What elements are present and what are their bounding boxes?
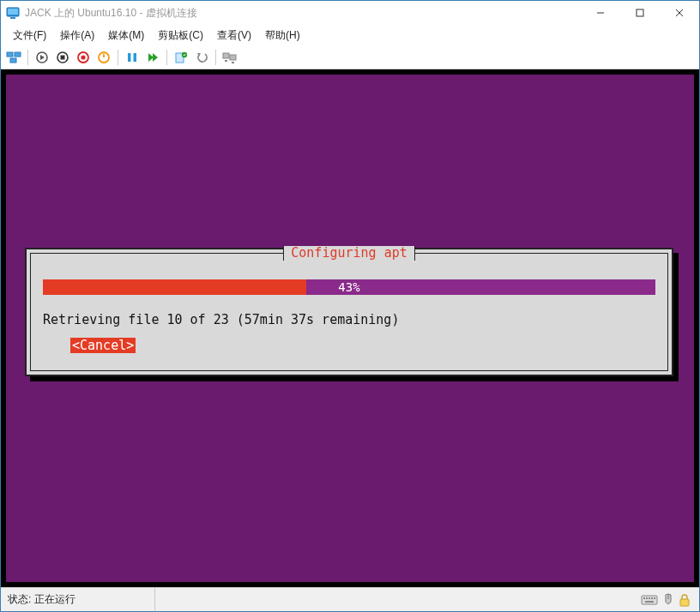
- svg-rect-13: [61, 55, 65, 59]
- svg-rect-18: [128, 53, 131, 62]
- toolbar: [1, 45, 699, 69]
- progress-percent: 43%: [43, 279, 655, 295]
- svg-rect-8: [15, 52, 21, 57]
- svg-rect-27: [225, 60, 227, 62]
- lock-icon: [679, 593, 691, 607]
- mouse-icon: [663, 593, 673, 607]
- close-button[interactable]: [660, 1, 699, 25]
- menu-media[interactable]: 媒体(M): [101, 27, 151, 45]
- checkpoint-button[interactable]: [172, 48, 190, 67]
- svg-rect-31: [646, 597, 648, 599]
- svg-rect-1: [8, 9, 18, 15]
- dialog-title: Configuring apt: [283, 246, 414, 261]
- app-icon: [6, 7, 20, 19]
- toolbar-separator: [215, 50, 216, 65]
- svg-rect-9: [10, 58, 16, 63]
- hyperv-window: JACK 上的 Ubuntu16.10 - 虚拟机连接 文件(F) 操作(A) …: [0, 0, 700, 612]
- svg-rect-26: [230, 55, 236, 60]
- cancel-button[interactable]: <Cancel>: [70, 338, 136, 353]
- svg-rect-7: [7, 52, 13, 57]
- toolbar-separator: [118, 50, 118, 65]
- svg-marker-11: [40, 55, 45, 60]
- menu-file[interactable]: 文件(F): [6, 27, 53, 45]
- reset-button[interactable]: [143, 48, 162, 67]
- svg-point-15: [81, 55, 85, 59]
- statusbar: 状态: 正在运行: [1, 587, 699, 611]
- window-buttons: [581, 1, 699, 25]
- svg-rect-25: [223, 53, 229, 58]
- menubar: 文件(F) 操作(A) 媒体(M) 剪贴板(C) 查看(V) 帮助(H): [1, 25, 699, 45]
- svg-marker-21: [153, 53, 158, 62]
- svg-rect-30: [643, 597, 645, 599]
- ctrl-alt-del-button[interactable]: [4, 48, 23, 67]
- toolbar-separator: [27, 50, 28, 65]
- toolbar-separator: [166, 50, 167, 65]
- svg-rect-29: [642, 596, 657, 604]
- statusbar-tray: [632, 593, 699, 607]
- titlebar: JACK 上的 Ubuntu16.10 - 虚拟机连接: [1, 1, 699, 25]
- menu-help[interactable]: 帮助(H): [258, 27, 307, 45]
- progress-bar: 43%: [43, 279, 655, 295]
- svg-rect-28: [232, 62, 234, 63]
- keyboard-icon: [641, 594, 658, 606]
- menu-clipboard[interactable]: 剪贴板(C): [151, 27, 210, 45]
- enhanced-session-button[interactable]: [220, 48, 239, 67]
- start-button[interactable]: [33, 48, 51, 67]
- menu-action[interactable]: 操作(A): [53, 27, 101, 45]
- progress-status: Retrieving file 10 of 23 (57min 37s rema…: [43, 312, 399, 327]
- svg-rect-34: [654, 597, 655, 599]
- installer-dialog: Configuring apt 43% Retrieving file 10 o…: [25, 248, 673, 376]
- svg-rect-35: [645, 601, 654, 603]
- window-title: JACK 上的 Ubuntu16.10 - 虚拟机连接: [25, 6, 581, 21]
- shutdown-button[interactable]: [74, 48, 93, 67]
- svg-rect-33: [651, 597, 653, 599]
- vm-frame: Configuring apt 43% Retrieving file 10 o…: [1, 69, 699, 587]
- status-text: 状态: 正在运行: [1, 588, 155, 611]
- svg-rect-37: [680, 599, 689, 606]
- minimize-button[interactable]: [581, 1, 620, 25]
- menu-view[interactable]: 查看(V): [210, 27, 258, 45]
- save-button[interactable]: [94, 48, 113, 67]
- svg-rect-2: [10, 17, 15, 19]
- vm-screen[interactable]: Configuring apt 43% Retrieving file 10 o…: [6, 75, 694, 582]
- revert-button[interactable]: [192, 48, 211, 67]
- maximize-button[interactable]: [620, 1, 660, 25]
- svg-rect-32: [649, 597, 650, 599]
- svg-rect-19: [134, 53, 137, 62]
- turn-off-button[interactable]: [53, 48, 72, 67]
- dialog-border: Configuring apt 43% Retrieving file 10 o…: [30, 253, 668, 371]
- pause-button[interactable]: [123, 48, 142, 67]
- svg-rect-4: [637, 9, 643, 16]
